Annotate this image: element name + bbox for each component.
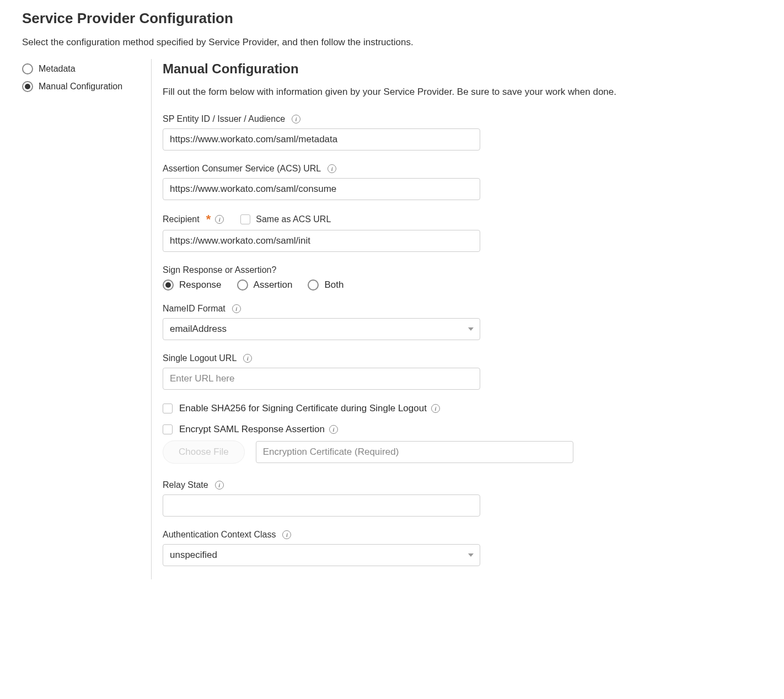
- relay-state-input[interactable]: [163, 494, 480, 517]
- recipient-label: Recipient: [163, 214, 200, 224]
- chevron-down-icon: [468, 327, 474, 331]
- config-method-sidebar: Metadata Manual Configuration: [22, 59, 152, 579]
- sign-label: Sign Response or Assertion?: [163, 265, 276, 275]
- sp-entity-input[interactable]: [163, 128, 480, 150]
- sign-option-response[interactable]: Response: [163, 279, 222, 291]
- encryption-cert-input[interactable]: [256, 441, 573, 463]
- authn-context-value: unspecified: [170, 550, 217, 561]
- info-icon[interactable]: i: [292, 115, 300, 123]
- same-as-acs-checkbox[interactable]: [240, 214, 250, 224]
- sha256-label: Enable SHA256 for Signing Certificate du…: [179, 403, 427, 414]
- info-icon[interactable]: i: [329, 425, 338, 434]
- info-icon[interactable]: i: [282, 530, 291, 539]
- relay-state-label: Relay State: [163, 480, 208, 490]
- recipient-input[interactable]: [163, 230, 480, 252]
- info-icon[interactable]: i: [431, 404, 440, 413]
- sp-entity-label: SP Entity ID / Issuer / Audience: [163, 114, 285, 124]
- radio-icon: [22, 63, 33, 74]
- info-icon[interactable]: i: [215, 215, 224, 224]
- authn-context-select[interactable]: unspecified: [163, 544, 480, 566]
- acs-url-label: Assertion Consumer Service (ACS) URL: [163, 164, 321, 174]
- sign-option-label: Assertion: [254, 279, 293, 291]
- choose-file-button[interactable]: Choose File: [163, 440, 245, 464]
- slo-url-label: Single Logout URL: [163, 353, 237, 363]
- config-method-label: Manual Configuration: [39, 82, 122, 92]
- required-asterisk: *: [206, 213, 211, 225]
- acs-url-input[interactable]: [163, 178, 480, 200]
- nameid-select[interactable]: emailAddress: [163, 318, 480, 340]
- sign-option-both[interactable]: Both: [308, 279, 343, 291]
- info-icon[interactable]: i: [327, 164, 336, 173]
- slo-url-input[interactable]: [163, 368, 480, 390]
- page-subtext: Select the configuration method specifie…: [22, 37, 762, 48]
- encrypt-checkbox[interactable]: [163, 424, 173, 434]
- section-subtext: Fill out the form below with information…: [163, 87, 637, 98]
- info-icon[interactable]: i: [232, 304, 241, 313]
- sign-option-label: Both: [324, 279, 343, 291]
- info-icon[interactable]: i: [215, 481, 224, 490]
- radio-icon: [163, 279, 174, 291]
- section-title: Manual Configuration: [163, 61, 637, 77]
- same-as-acs-label: Same as ACS URL: [256, 214, 331, 224]
- config-method-manual[interactable]: Manual Configuration: [22, 81, 151, 92]
- radio-icon: [237, 279, 248, 291]
- sign-option-assertion[interactable]: Assertion: [237, 279, 293, 291]
- info-icon[interactable]: i: [243, 354, 252, 363]
- page-title: Service Provider Configuration: [22, 10, 762, 27]
- manual-config-panel: Manual Configuration Fill out the form b…: [152, 59, 637, 579]
- config-method-label: Metadata: [39, 64, 76, 74]
- radio-icon: [308, 279, 319, 291]
- authn-context-label: Authentication Context Class: [163, 530, 276, 540]
- sign-option-label: Response: [179, 279, 222, 291]
- config-method-metadata[interactable]: Metadata: [22, 63, 151, 74]
- sha256-checkbox[interactable]: [163, 404, 173, 413]
- nameid-value: emailAddress: [170, 324, 227, 335]
- encrypt-label: Encrypt SAML Response Assertion: [179, 424, 325, 435]
- nameid-label: NameID Format: [163, 304, 225, 314]
- radio-icon: [22, 81, 33, 92]
- chevron-down-icon: [468, 553, 474, 557]
